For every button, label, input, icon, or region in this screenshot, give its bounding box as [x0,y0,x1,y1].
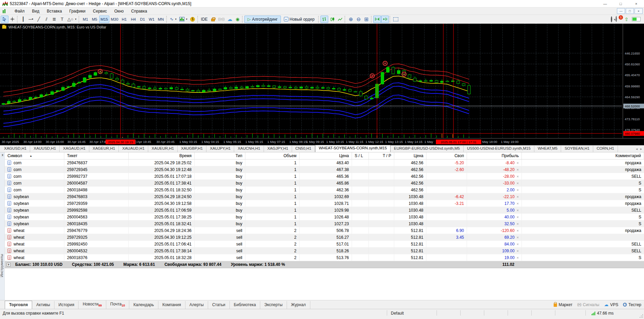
table-row[interactable]: corn2599927372025.05.01 17:07:18buy1465.… [5,173,644,180]
chart-tab-XAGJPY,H1[interactable]: XAGJPY,H1 [264,146,292,152]
search-button[interactable] [611,17,612,22]
chart-tab-CORN,H1[interactable]: CORN,H1 [593,146,618,152]
toolbox-tab-Почта[interactable]: Почта10 [106,300,129,309]
crosshair-tool-button[interactable] [8,16,16,23]
menu-item-Справка[interactable]: Справка [128,9,151,14]
expander-icon[interactable]: + [7,263,10,267]
close-position-icon[interactable]: × [514,249,519,253]
table-row[interactable]: wheat2597293252025.04.30 19:12:25sell251… [5,234,644,241]
close-position-icon[interactable]: × [514,242,519,246]
table-row[interactable]: wheat2600183762025.05.01 18:32:28sell251… [5,254,644,261]
column-header-price_open[interactable]: Цена [299,152,352,159]
close-position-icon[interactable]: × [514,235,519,239]
chart-tab-XAGAUD,H1[interactable]: XAGAUD,H1 [60,146,89,152]
column-header-ticket[interactable]: Тикет [64,152,129,159]
menu-item-Вид[interactable]: Вид [28,9,43,14]
chart-tab-US500-USDInd-EURUSD.synth,M15[interactable]: US500-USDInd-EURUSD.synth,M15 [464,146,534,152]
toolbox-tab-Торговля[interactable]: Торговля [5,301,32,309]
column-header-symbol[interactable]: Символ▲ [5,152,64,159]
toolbox-tab-Активы[interactable]: Активы [32,301,54,309]
mdi-minimize-icon[interactable]: — [617,8,625,14]
candle-chart-type-button[interactable] [328,16,336,23]
connection-status-icon[interactable] [632,17,641,21]
column-header-price_cur[interactable]: Цена [394,152,426,159]
chart-tab-XAUGBP,H1[interactable]: XAUGBP,H1 [178,146,206,152]
toolbox-tab-Библиотека[interactable]: Библиотека [230,301,260,309]
close-position-icon[interactable]: × [514,229,519,233]
minimize-icon[interactable]: — [597,0,613,7]
toolbox-tab-Компания[interactable]: Компания [158,301,185,309]
tab-scroll-left-icon[interactable]: ◂ [636,147,638,151]
column-header-volume[interactable]: Объем [245,152,299,159]
chart-tab-XAGEUR,H1[interactable]: XAGEUR,H1 [89,146,119,152]
close-position-icon[interactable]: × [514,201,519,206]
tab-scroll-right-icon[interactable]: ▸ [640,147,642,151]
balance-row[interactable]: + Баланс: 100 310.03 USDСредства: 100 42… [5,261,644,268]
cursor-tool-button[interactable] [1,16,8,23]
price-axis[interactable]: 468.52000 480.07980 446.21650450.8106045… [623,24,644,138]
toolbox-tab-Статьи[interactable]: Статьи [208,301,230,309]
notifications-button[interactable]: 1 [616,17,621,22]
metaeditor-ide-button[interactable]: IDE [200,16,209,23]
chart-tab-EURGBP-EURUSD-USDInd.synth,M5[interactable]: EURGBP-EURUSD-USDInd.synth,M5 [391,146,464,152]
close-position-icon[interactable]: × [514,195,519,199]
table-row[interactable]: corn2600045872025.05.01 17:38:41buy1465.… [5,180,644,187]
market-lock-button[interactable] [209,16,217,23]
zoom-out-button[interactable]: ⊖ [355,16,362,23]
timeframe-button-D1[interactable]: D1 [138,16,147,23]
close-position-icon[interactable]: × [514,256,519,260]
menu-item-Сервис[interactable]: Сервис [89,9,111,14]
shapes-tool-button[interactable]: △○▾ [66,16,78,23]
screenshot-button[interactable] [392,16,400,23]
mdi-close-icon[interactable]: × [635,8,643,14]
status-profile[interactable]: Default [391,311,404,316]
auto-scroll-button[interactable] [373,16,381,23]
vertical-line-tool-button[interactable]: ┃ [19,16,27,23]
column-header-swap[interactable]: Своп [426,152,467,159]
chart-shift-button[interactable] [381,16,389,23]
close-position-icon[interactable]: × [514,174,519,178]
chart-tab-XAUJPY,H1[interactable]: XAUJPY,H1 [206,146,234,152]
chart-tab-CN50,H1[interactable]: CN50,H1 [292,146,315,152]
chart-area[interactable]: WHEAT-SOYBEANS-CORN.synth, M15: Euro vs … [0,24,644,145]
toolbox-tab-Календарь[interactable]: Календарь [129,301,158,309]
table-row[interactable]: soybean2599925982025.05.01 17:06:59buy11… [5,207,644,214]
objects-chart-button[interactable]: ▾ [178,16,189,23]
table-row[interactable]: soybean2597293592025.04.30 19:12:58buy11… [5,200,644,207]
levels-tool-button[interactable]: ≣ [50,16,58,23]
column-header-tp[interactable]: T / P [369,152,394,159]
tester-button[interactable]: Тестер [623,302,641,307]
timeframe-button-MN[interactable]: MN [156,16,165,23]
deposit-button[interactable]: $ [189,16,197,23]
close-position-icon[interactable]: × [514,188,519,192]
indicators-button[interactable]: ∿▾ [169,16,178,23]
timeframe-button-H1[interactable]: H1 [120,16,129,23]
toolbox-tab-История[interactable]: История [54,301,79,309]
algo-trading-button[interactable]: ▷ Алготрейдинг [244,16,281,23]
toolbox-close-icon[interactable]: x [1,153,4,157]
trendline-tool-button[interactable]: ╱ [35,16,43,23]
close-position-icon[interactable]: × [514,161,519,165]
toolbox-tab-Новости[interactable]: Новости99 [79,300,106,309]
chart-tab-XAUUSD,H1[interactable]: XAUUSD,H1 [30,146,60,152]
table-row[interactable]: soybean2600045632025.05.01 17:38:25buy11… [5,214,644,220]
close-icon[interactable]: × [628,0,644,7]
chart-canvas[interactable] [0,24,623,138]
cloud-button[interactable]: ☁ [226,16,234,23]
timeframe-button-W1[interactable]: W1 [147,16,156,23]
menu-item-Графики[interactable]: Графики [66,9,89,14]
column-header-time[interactable]: Время [129,152,195,159]
text-tool-button[interactable]: T [58,16,66,23]
time-axis[interactable]: 30 Apr 202530 Apr 14:0030 Apr 15:0030 Ap… [0,138,644,145]
chart-tab-WHEAT,M5[interactable]: WHEAT,M5 [534,146,561,152]
column-header-comment[interactable]: Комментарий [522,152,644,159]
column-header-type[interactable]: Тип [195,152,245,159]
update-button[interactable]: ⇧ [624,17,628,22]
mdi-restore-icon[interactable]: □ [626,8,634,14]
close-position-icon[interactable]: × [514,181,519,185]
chart-tab-XAUAUD,H1[interactable]: XAUAUD,H1 [119,146,148,152]
column-header-sl[interactable]: S / L [352,152,369,159]
close-position-icon[interactable]: × [514,208,519,212]
chart-tab-WHEAT-SOYBEANS-CORN.synth,M15[interactable]: WHEAT-SOYBEANS-CORN.synth,M15 [315,145,391,152]
chart-tab-XAUCNH,H1[interactable]: XAUCNH,H1 [234,146,264,152]
